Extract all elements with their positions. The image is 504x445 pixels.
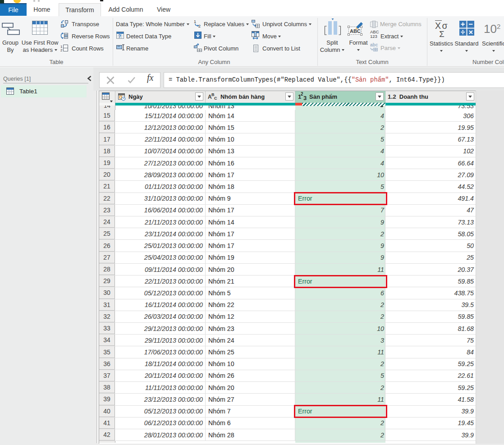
svg-text:ABC: ABC <box>350 28 361 34</box>
svg-text:?: ? <box>119 34 121 39</box>
svg-text:1: 1 <box>194 19 196 24</box>
svg-text:2: 2 <box>60 48 63 52</box>
